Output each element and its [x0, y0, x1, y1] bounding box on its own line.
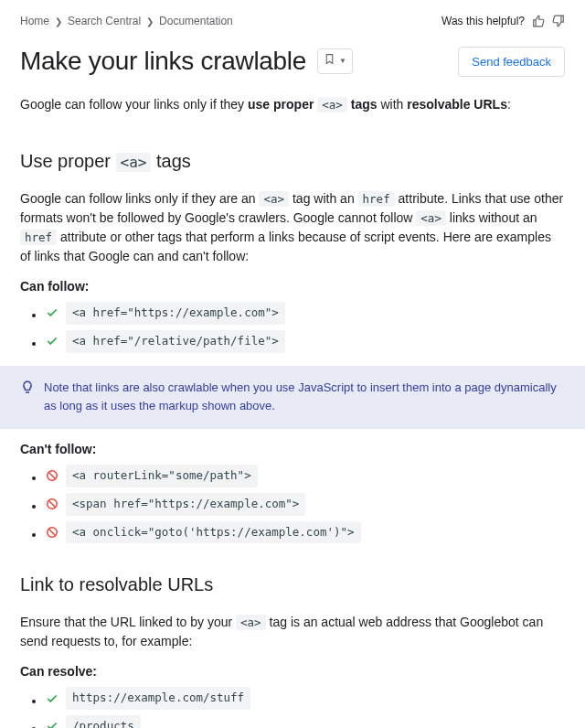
title-bar: Make your links crawlable ▼ Send feedbac…: [20, 42, 565, 80]
can-resolve-list: https://example.com/stuff /products /pro…: [20, 687, 565, 728]
note-text: Note that links are also crawlable when …: [44, 379, 565, 417]
helpful-widget: Was this helpful?: [441, 13, 565, 29]
breadcrumb-home[interactable]: Home: [20, 13, 49, 29]
code-example: https://example.com/stuff: [66, 687, 250, 710]
send-feedback-button[interactable]: Send feedback: [458, 47, 565, 77]
check-icon: [46, 720, 58, 728]
breadcrumb: Home ❯ Search Central ❯ Documentation: [20, 13, 233, 29]
section2-paragraph: Ensure that the URL linked to by your <a…: [20, 613, 565, 651]
chevron-right-icon: ❯: [146, 15, 154, 28]
chevron-right-icon: ❯: [55, 15, 62, 28]
section-heading-proper-a-tags: Use proper <a> tags: [20, 147, 565, 175]
prohibited-icon: [46, 498, 58, 510]
chevron-down-icon: ▼: [339, 56, 346, 67]
can-follow-list: <a href="https://example.com"> <a href="…: [20, 302, 565, 353]
prohibited-icon: [46, 526, 58, 539]
thumbs-down-icon[interactable]: [552, 15, 565, 27]
lightbulb-icon: [20, 380, 35, 401]
cant-follow-label: Can't follow:: [20, 440, 565, 459]
breadcrumb-search-central[interactable]: Search Central: [68, 13, 141, 29]
check-icon: [46, 306, 58, 319]
cant-follow-list: <a routerLink="some/path"> <span href="h…: [20, 465, 565, 543]
code-example: /products: [66, 715, 141, 728]
code-example: <span href="https://example.com">: [66, 493, 305, 516]
code-example: <a href="https://example.com">: [66, 302, 285, 325]
section1-paragraph: Google can follow links only if they are…: [20, 189, 565, 266]
bookmark-icon: [324, 53, 335, 70]
code-example: <a href="/relative/path/file">: [66, 330, 285, 353]
check-icon: [46, 335, 58, 348]
page-title: Make your links crawlable: [20, 42, 306, 80]
code-example: <a onclick="goto('https://example.com')"…: [66, 521, 361, 544]
breadcrumb-documentation[interactable]: Documentation: [159, 13, 233, 29]
check-icon: [46, 692, 58, 705]
code-example: <a routerLink="some/path">: [66, 465, 258, 487]
note-callout: Note that links are also crawlable when …: [0, 366, 585, 430]
intro-paragraph: Google can follow your links only if the…: [20, 95, 565, 114]
thumbs-up-icon[interactable]: [532, 15, 545, 27]
can-follow-label: Can follow:: [20, 277, 565, 296]
bookmark-button[interactable]: ▼: [317, 48, 353, 74]
prohibited-icon: [46, 469, 58, 482]
topbar: Home ❯ Search Central ❯ Documentation Wa…: [20, 13, 565, 29]
helpful-label: Was this helpful?: [441, 13, 525, 29]
section-heading-resolvable-urls: Link to resolvable URLs: [20, 571, 565, 598]
can-resolve-label: Can resolve:: [20, 662, 565, 681]
